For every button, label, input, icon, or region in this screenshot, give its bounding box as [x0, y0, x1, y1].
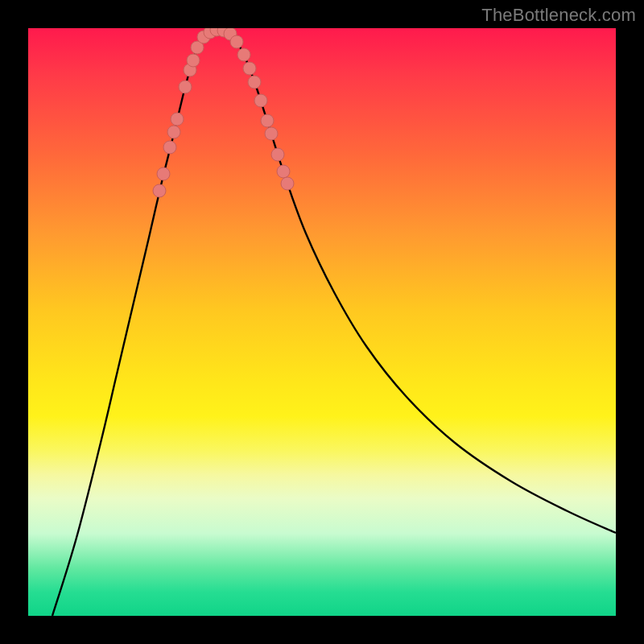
chart-plot-area — [28, 28, 616, 616]
attribution-watermark: TheBottleneck.com — [481, 5, 636, 26]
chart-frame: TheBottleneck.com — [0, 0, 644, 644]
